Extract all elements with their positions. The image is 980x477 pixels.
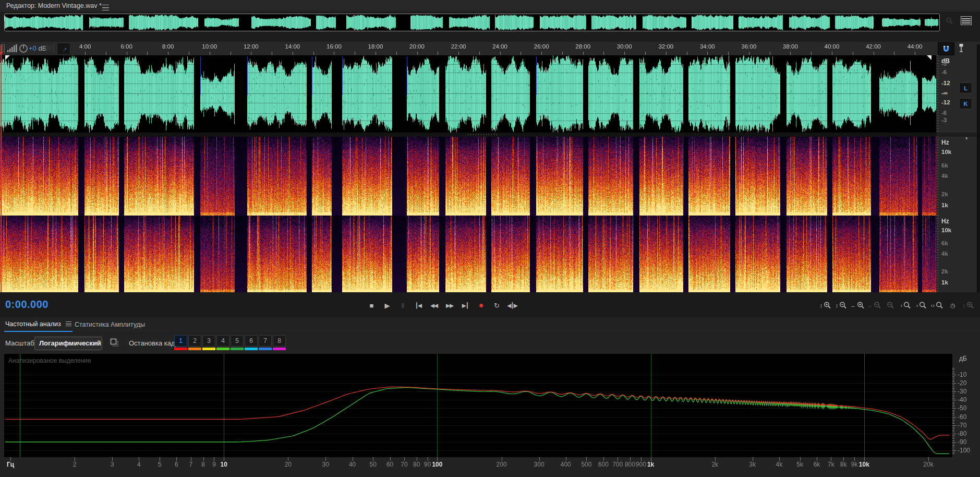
zoom-in-at-in-point-button[interactable]: ‹ [899, 300, 913, 311]
frame-hold-5[interactable]: 5 [231, 335, 244, 350]
zoom-to-selection-button[interactable]: ‹› [930, 300, 945, 311]
y-axis-label: -40 [958, 396, 966, 403]
y-axis-label: -90 [958, 438, 966, 446]
panel-tabs: Частотный анализ Статистика Амплитуды [0, 317, 980, 333]
x-axis-label: 500 [581, 461, 591, 468]
magnet-icon [942, 45, 950, 53]
frame-hold-1[interactable]: 1 [174, 335, 187, 350]
scale-label: Масштаб: [5, 339, 36, 347]
y-axis-label: -70 [958, 422, 966, 429]
tab-menu-icon[interactable] [66, 321, 71, 326]
frame-hold-8[interactable]: 8 [273, 335, 286, 350]
x-axis-label: 800 [625, 461, 635, 468]
current-time-display[interactable]: 0:00.000 [5, 299, 49, 311]
timeline-label: 36:00 [742, 43, 757, 50]
spectrogram-display-right[interactable] [0, 216, 936, 292]
channel-left-button[interactable]: L [959, 82, 972, 93]
move-playhead-toggle[interactable]: → [57, 43, 70, 55]
audition-editor-window: Редактор: Modern Vintage.wav * 4:006:008… [0, 0, 980, 477]
timeline-label: 8:00 [162, 43, 174, 50]
gain-readout[interactable]: +0 dB [29, 44, 46, 52]
copy-graph-button[interactable] [110, 337, 120, 350]
tab-label: Статистика Амплитуды [75, 321, 145, 328]
scale-tick-label: -6 [941, 69, 947, 75]
scale-tick-label: 1k [941, 202, 948, 208]
x-axis-label: 7k [828, 461, 834, 468]
frame-hold-6[interactable]: 6 [245, 335, 258, 350]
hold-number: 1 [174, 335, 187, 347]
stop-button[interactable]: ■ [365, 300, 378, 311]
pause-button[interactable]: Ⅱ [396, 300, 409, 311]
x-axis-label: 20 [285, 461, 292, 468]
zoom-in-time-button[interactable]: ↔ [850, 300, 865, 311]
zoom-out-amplitude-button[interactable]: ↕ [834, 300, 849, 311]
spectrogram-panel-left: ▾ Hz 10k6k4k2k1k [0, 137, 980, 216]
timeline-ruler[interactable]: 4:006:008:0010:0012:0014:0016:0018:0020:… [0, 42, 980, 55]
overview-navigator[interactable] [4, 14, 940, 31]
panel-dropdown-icon[interactable]: ▾ [965, 136, 968, 141]
vertical-scrollbar[interactable] [977, 44, 980, 292]
marker-tool[interactable] [958, 43, 965, 55]
tab-amplitude-statistics[interactable]: Статистика Амплитуды [75, 320, 145, 328]
overview-waveform[interactable] [5, 15, 938, 30]
record-button[interactable]: ● [475, 300, 487, 311]
y-axis-label: -80 [958, 430, 966, 437]
playhead[interactable] [1, 45, 2, 292]
snap-toggle[interactable] [938, 42, 954, 55]
skip-to-end-button[interactable]: ▶┃ [459, 300, 471, 311]
copy-frame-icon [110, 337, 120, 348]
x-axis-label: 4 [137, 461, 141, 468]
restore-last-zoom-button[interactable]: ◷ [946, 300, 960, 311]
list-icon [961, 16, 972, 25]
frequency-graph-canvas[interactable] [4, 354, 952, 457]
zoom-full-button[interactable]: ↕ [962, 300, 976, 311]
timeline-label: 40:00 [825, 43, 840, 50]
scale-tick-label: 4k [941, 173, 948, 179]
fast-forward-button[interactable]: ▶▶ [443, 300, 456, 311]
hold-color-bar [245, 348, 258, 350]
hamburger-icon [102, 5, 109, 10]
spectrogram-display-left[interactable] [0, 137, 936, 216]
hold-number: 3 [202, 335, 215, 347]
rewind-button[interactable]: ◀◀ [428, 300, 440, 311]
timeline-label: 42:00 [866, 43, 881, 50]
frame-hold-2[interactable]: 2 [188, 335, 201, 350]
zoom-reset-button[interactable] [884, 300, 898, 311]
frame-hold-4[interactable]: 4 [216, 335, 229, 350]
scale-tick-label: 6k [941, 162, 948, 169]
x-axis-label: 10k [859, 461, 869, 468]
time-display-icon[interactable] [18, 43, 29, 56]
loop-playback-button[interactable]: ↻ [490, 300, 503, 311]
frequency-graph[interactable]: Анализированое выделение [4, 354, 952, 457]
channel-right-button[interactable]: K [959, 98, 972, 109]
zoom-out-time-button[interactable]: ↔ [867, 300, 882, 311]
hold-color-bar [273, 348, 286, 350]
timeline-label: 18:00 [368, 43, 383, 50]
scale-ticks [937, 216, 939, 292]
skip-selection-button[interactable]: ◀┃▶ [506, 300, 518, 311]
amplitude-scale: dB -3-6-12-∞-12-6-3 L K [936, 55, 980, 133]
y-axis-label: -10 [958, 371, 966, 378]
skip-to-start-button[interactable]: ┃◀ [412, 300, 425, 311]
frame-hold-3[interactable]: 3 [202, 335, 215, 350]
x-axis-label: 90 [424, 461, 431, 468]
zoom-out-icon[interactable] [945, 17, 954, 28]
selection-handle-left[interactable] [5, 55, 10, 60]
zoom-in-amplitude-button[interactable]: ↕ [819, 300, 833, 311]
tab-frequency-analysis[interactable]: Частотный анализ [4, 320, 72, 332]
x-axis-label: 60 [386, 461, 393, 468]
x-axis-label: 1k [647, 461, 654, 468]
chevron-down-icon [94, 342, 98, 345]
play-button[interactable]: ▶ [381, 300, 393, 311]
waveform-display[interactable] [0, 55, 936, 133]
levels-icon[interactable] [7, 44, 17, 55]
frame-hold-buttons: 12345678 [174, 335, 286, 350]
hold-number: 7 [259, 335, 272, 347]
selection-handle-right[interactable] [927, 55, 931, 60]
display-options-icon[interactable] [961, 16, 972, 27]
frame-hold-7[interactable]: 7 [259, 335, 272, 350]
scale-dropdown[interactable]: Логарифмический [34, 337, 102, 350]
y-axis-label: -50 [958, 404, 966, 412]
zoom-in-at-out-point-button[interactable]: › [915, 300, 929, 311]
panel-splitter[interactable] [0, 133, 936, 137]
